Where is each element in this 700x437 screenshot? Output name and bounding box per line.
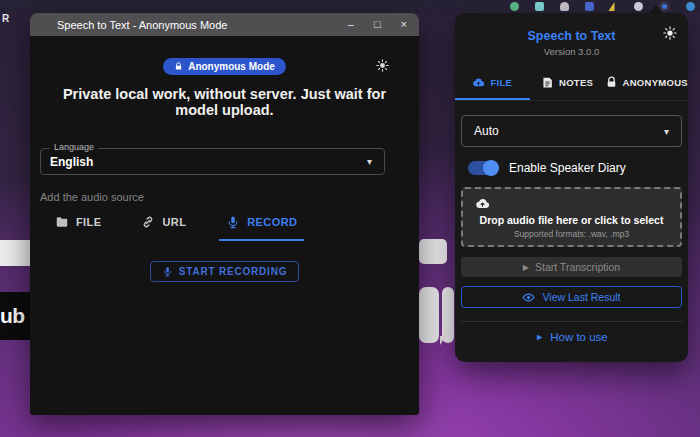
start-transcription-label: Start Transcription: [535, 261, 620, 273]
tab-file-label: FILE: [490, 77, 512, 88]
arrow-right-icon: ►: [535, 332, 544, 342]
close-button[interactable]: ×: [401, 19, 407, 30]
notes-icon: [541, 76, 554, 89]
view-last-result-button[interactable]: View Last Result: [461, 286, 682, 308]
microphone-icon: [226, 215, 240, 229]
source-hint: Add the audio source: [40, 191, 419, 203]
background-text-fragment: R: [2, 13, 9, 24]
popup-version: Version 3.0.0: [455, 46, 688, 57]
maximize-button[interactable]: □: [374, 19, 381, 30]
tab-anonymous[interactable]: ANONYMOUS: [605, 66, 689, 100]
source-tabs: FILE URL RECORD: [48, 203, 419, 241]
extension-blue-circle-icon[interactable]: [686, 2, 695, 11]
model-select[interactable]: Auto ▾: [461, 115, 682, 147]
minimize-button[interactable]: –: [348, 19, 354, 30]
divider: [461, 321, 682, 322]
extension-gray-icon[interactable]: [560, 2, 569, 11]
start-recording-label: START RECORDING: [179, 266, 287, 277]
chevron-down-icon: ▾: [367, 156, 372, 167]
language-select-label: Language: [50, 142, 98, 152]
view-last-result-label: View Last Result: [542, 291, 620, 303]
badge-row: Anonymous Mode: [30, 36, 419, 75]
background-white-bar: [442, 287, 454, 343]
eye-icon: [522, 291, 535, 304]
how-to-use-link[interactable]: ► How to use: [455, 331, 688, 343]
desktop-background: R ub Speech to Text - Anonymous Mode – □…: [0, 0, 700, 437]
window-title: Speech to Text - Anonymous Mode: [57, 19, 227, 31]
start-recording-button[interactable]: START RECORDING: [150, 261, 299, 282]
speaker-diary-toggle[interactable]: [468, 161, 498, 175]
language-select[interactable]: Language English ▾: [40, 148, 385, 175]
extension-blue-icon[interactable]: [585, 2, 594, 11]
cloud-upload-icon: [473, 196, 492, 211]
popup-tabs: FILE NOTES ANONYMOUS: [455, 66, 688, 101]
tab-notes[interactable]: NOTES: [530, 66, 605, 100]
anonymous-mode-badge: Anonymous Mode: [163, 58, 286, 75]
start-transcription-button[interactable]: ▶ Start Transcription: [461, 257, 682, 277]
headline: Private local work, without server. Just…: [30, 86, 419, 118]
tab-file[interactable]: FILE: [48, 203, 108, 241]
tab-record-label: RECORD: [247, 216, 297, 228]
theme-toggle-icon[interactable]: [663, 26, 677, 40]
background-white-card: [419, 239, 447, 264]
browser-toolbar: [0, 0, 700, 13]
lock-icon: [174, 62, 183, 71]
speech-to-text-window: Speech to Text - Anonymous Mode – □ × An…: [30, 13, 419, 415]
lock-icon: [605, 76, 618, 89]
tab-anonymous-label: ANONYMOUS: [623, 77, 689, 88]
tab-url-label: URL: [162, 216, 186, 228]
extension-light-icon[interactable]: [634, 2, 643, 11]
window-body: Anonymous Mode Private local work, witho…: [30, 36, 419, 415]
cursor: [440, 336, 446, 345]
extension-teal-icon[interactable]: [535, 2, 544, 11]
tab-record[interactable]: RECORD: [219, 203, 304, 241]
folder-icon: [55, 215, 69, 229]
language-select-value: English: [50, 155, 93, 169]
popup-header: Speech to Text Version 3.0.0: [455, 13, 688, 57]
background-white-bar: [419, 287, 439, 343]
extension-popup: Speech to Text Version 3.0.0 FILE NOTES: [455, 13, 688, 362]
dropzone-title: Drop audio file here or click to select: [463, 214, 680, 226]
record-row: START RECORDING: [30, 261, 419, 282]
tab-url[interactable]: URL: [134, 203, 193, 241]
theme-toggle-icon[interactable]: [376, 59, 389, 72]
extension-icons: [510, 1, 695, 12]
speaker-diary-label: Enable Speaker Diary: [509, 161, 626, 175]
toggle-thumb: [483, 160, 499, 176]
dropzone-subtitle: Supported formats: .wav, .mp3: [463, 229, 680, 239]
extension-bolt-icon[interactable]: [610, 2, 618, 11]
speaker-diary-row: Enable Speaker Diary: [468, 161, 682, 175]
popup-title: Speech to Text: [455, 29, 688, 43]
window-controls: – □ ×: [348, 19, 407, 30]
link-icon: [141, 215, 155, 229]
window-titlebar[interactable]: Speech to Text - Anonymous Mode – □ ×: [30, 13, 419, 36]
tab-file[interactable]: FILE: [455, 66, 530, 100]
how-to-use-label: How to use: [550, 331, 608, 343]
tab-notes-label: NOTES: [559, 77, 593, 88]
play-icon: ▶: [523, 263, 529, 272]
model-select-value: Auto: [474, 124, 499, 138]
background-logo-text: ub: [0, 304, 25, 328]
extension-green-icon[interactable]: [510, 2, 519, 11]
badge-label: Anonymous Mode: [188, 61, 275, 72]
chevron-down-icon: ▾: [664, 126, 669, 137]
cloud-upload-icon: [472, 76, 485, 89]
audio-dropzone[interactable]: Drop audio file here or click to select …: [461, 187, 682, 247]
microphone-icon: [162, 266, 173, 277]
background-logo-fragment: ub: [0, 292, 34, 340]
tab-file-label: FILE: [76, 216, 101, 228]
